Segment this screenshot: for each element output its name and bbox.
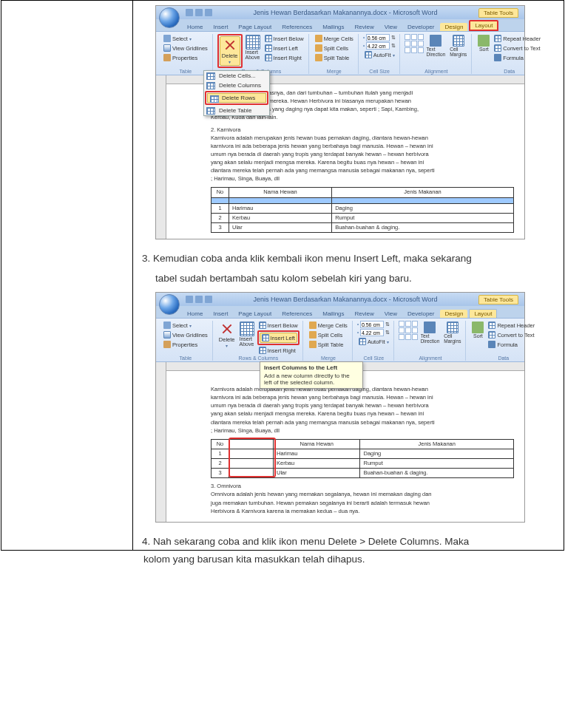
delete-columns-item[interactable]: Delete Columns [204, 81, 269, 90]
row-height-input[interactable]: ⇅ [363, 34, 396, 41]
tab-insert[interactable]: Insert [209, 23, 232, 31]
properties-icon [163, 54, 171, 61]
delete-icon [220, 322, 234, 336]
save-icon[interactable] [186, 9, 193, 16]
sort-button[interactable]: Sort [476, 34, 491, 52]
repeat-header-icon [488, 322, 495, 329]
table-tools-contextual-label: Table Tools [478, 295, 518, 305]
ribbon-group-table: Select▾ View Gridlines Properties Table [159, 34, 213, 74]
cell-margins-button[interactable]: Cell Margins [448, 34, 468, 58]
col-width-input[interactable]: ⇅ [357, 329, 390, 336]
document-page[interactable]: Karnivora adalah merupakan jenis hewan b… [166, 371, 524, 522]
properties-icon [163, 341, 171, 348]
table-row[interactable]: 2KerbauRumput [212, 213, 514, 222]
alignment-grid[interactable] [405, 34, 424, 53]
tab-page-layout[interactable]: Page Layout [234, 310, 276, 318]
delete-rows-item[interactable]: Delete Rows [207, 93, 266, 103]
section-heading: 2. Karnivora [211, 126, 514, 134]
col-width-input[interactable]: ⇅ [363, 42, 396, 50]
properties-button[interactable]: Properties [162, 53, 209, 62]
undo-icon[interactable] [195, 9, 203, 16]
text-direction-button[interactable]: Text Direction [425, 34, 447, 58]
insert-below-button[interactable]: Insert Below [263, 34, 305, 43]
body-text: umum nya berada di daerah yang tropis ya… [211, 151, 514, 158]
tab-mailings[interactable]: Mailings [318, 310, 348, 318]
ribbon-layout: Select▾ View Gridlines Properties Table … [156, 31, 524, 75]
tab-review[interactable]: Review [351, 23, 379, 31]
convert-text-button[interactable]: Convert to Text [487, 330, 536, 339]
merge-cells-button[interactable]: Merge Cells [314, 34, 355, 43]
tab-view[interactable]: View [380, 310, 402, 318]
body-text: Omnivora adalah jenis hewan yang memakan… [211, 491, 514, 498]
redo-icon[interactable] [205, 9, 212, 16]
autofit-button[interactable]: AutoFit▾ [363, 50, 396, 59]
delete-rows-icon [210, 95, 219, 103]
office-orb-button[interactable] [159, 7, 180, 28]
selected-blank-row[interactable] [212, 197, 514, 203]
convert-text-button[interactable]: Convert to Text [493, 44, 542, 52]
delete-table-item[interactable]: Delete Table [204, 106, 269, 115]
select-button[interactable]: Select▾ [162, 34, 209, 43]
quick-access-toolbar[interactable] [186, 9, 212, 16]
tab-view[interactable]: View [380, 23, 402, 31]
split-table-button[interactable]: Split Table [308, 340, 349, 349]
quick-access-toolbar[interactable] [186, 296, 212, 303]
row-height-input[interactable]: ⇅ [357, 321, 390, 328]
table-row[interactable]: 3UlarBuahan-buahan & daging. [212, 222, 514, 232]
left-empty-cell [1, 1, 133, 551]
tab-design[interactable]: Design [440, 310, 467, 318]
split-cells-button[interactable]: Split Cells [314, 44, 355, 52]
ribbon-group-merge: Merge Cells Split Cells Split Table Merg… [311, 34, 359, 74]
insert-right-button[interactable]: Insert Right [257, 346, 300, 355]
gridlines-icon [163, 331, 171, 339]
insert-below-button[interactable]: Insert Below [257, 321, 300, 330]
tab-developer[interactable]: Developer [403, 23, 439, 31]
tab-home[interactable]: Home [183, 310, 207, 318]
insert-left-icon [262, 334, 269, 341]
tab-page-layout[interactable]: Page Layout [234, 23, 276, 31]
office-orb-button[interactable] [159, 294, 180, 315]
cell-margins-button[interactable]: Cell Margins [442, 321, 462, 344]
tab-review[interactable]: Review [351, 310, 379, 318]
formula-button[interactable]: Formula [493, 53, 542, 62]
animal-table[interactable]: No Nama Hewan Jenis Makanan 1HarimauDagi… [211, 187, 514, 233]
sort-button[interactable]: Sort [470, 321, 485, 339]
table-row[interactable]: 1HarimauDaging [212, 203, 514, 213]
insert-above-button[interactable]: Insert Above [244, 34, 262, 61]
split-cells-button[interactable]: Split Cells [308, 330, 349, 339]
insert-left-button[interactable]: Insert Left [263, 44, 305, 52]
insert-left-tooltip: Insert Columns to the Left Add a new col… [260, 361, 363, 389]
redo-icon[interactable] [205, 296, 212, 303]
delete-cells-item[interactable]: Delete Cells... [204, 71, 269, 81]
tab-layout[interactable]: Layout [469, 20, 498, 31]
repeat-header-button[interactable]: Repeat Header [493, 34, 542, 43]
view-gridlines-button[interactable]: View Gridlines [162, 44, 209, 52]
formula-button[interactable]: Formula [487, 340, 536, 349]
view-gridlines-button[interactable]: View Gridlines [162, 330, 209, 339]
tab-references[interactable]: References [277, 23, 317, 31]
tab-references[interactable]: References [277, 310, 317, 318]
select-button[interactable]: Select▾ [162, 321, 209, 330]
insert-right-button[interactable]: Insert Right [263, 53, 305, 62]
insert-left-button[interactable]: Insert Left [260, 333, 297, 343]
delete-button[interactable]: Delete▾ [217, 321, 237, 349]
vertical-ruler[interactable] [156, 75, 166, 239]
save-icon[interactable] [186, 296, 193, 303]
merge-cells-button[interactable]: Merge Cells [308, 321, 349, 330]
vertical-ruler[interactable] [156, 362, 166, 522]
tab-layout[interactable]: Layout [469, 309, 497, 318]
autofit-button[interactable]: AutoFit▾ [357, 337, 390, 346]
properties-button[interactable]: Properties [162, 340, 209, 349]
tab-developer[interactable]: Developer [403, 310, 439, 318]
tab-insert[interactable]: Insert [209, 310, 232, 318]
delete-button[interactable]: Delete ▾ [220, 36, 240, 66]
tab-mailings[interactable]: Mailings [318, 23, 348, 31]
tab-design[interactable]: Design [440, 23, 467, 31]
split-table-button[interactable]: Split Table [314, 53, 355, 62]
text-direction-button[interactable]: Text Direction [419, 321, 441, 344]
tab-home[interactable]: Home [183, 23, 207, 31]
undo-icon[interactable] [195, 296, 203, 303]
repeat-header-button[interactable]: Repeat Header [487, 321, 536, 330]
insert-above-button[interactable]: Insert Above [238, 321, 256, 347]
alignment-grid[interactable] [399, 321, 418, 340]
